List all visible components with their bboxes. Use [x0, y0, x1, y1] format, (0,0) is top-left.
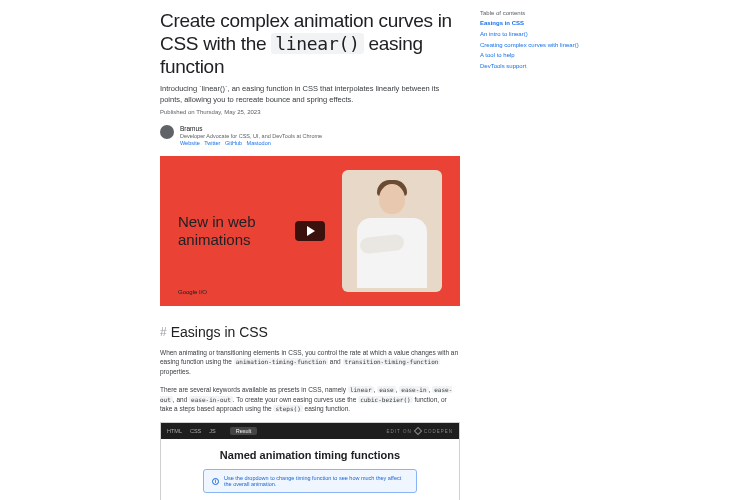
page-title: Create complex animation curves in CSS w…: [160, 10, 460, 78]
author-name: Bramus: [180, 125, 322, 132]
toc-link-complex[interactable]: Creating complex curves with linear(): [480, 42, 600, 50]
anchor-hash-icon[interactable]: #: [160, 325, 167, 339]
codepen-tab-result[interactable]: Result: [230, 427, 258, 435]
info-icon: i: [212, 478, 219, 485]
avatar: [160, 125, 174, 139]
published-date: Published on Thursday, May 25, 2023: [160, 109, 460, 115]
author-link-website[interactable]: Website: [180, 140, 200, 146]
codepen-tab-css[interactable]: CSS: [190, 428, 201, 434]
video-embed[interactable]: New in web animations Google I/O: [160, 156, 460, 306]
codepen-logo-icon: [413, 427, 421, 435]
subtitle: Introducing `linear()`, an easing functi…: [160, 84, 460, 104]
video-thumbnail-person: [342, 170, 442, 292]
video-headline: New in web animations: [178, 213, 288, 249]
codepen-tab-js[interactable]: JS: [209, 428, 215, 434]
paragraph-1: When animating or transitioning elements…: [160, 348, 460, 377]
section-heading-easings: Easings in CSS: [171, 324, 268, 340]
author-link-twitter[interactable]: Twitter: [204, 140, 220, 146]
table-of-contents: Table of contents Easings in CSS An intr…: [480, 10, 600, 74]
author-role: Developer Advocate for CSS, UI, and DevT…: [180, 133, 322, 139]
play-icon[interactable]: [295, 221, 325, 241]
author-links: Website Twitter GitHub Mastodon: [180, 140, 322, 146]
toc-title: Table of contents: [480, 10, 600, 16]
author-block: Bramus Developer Advocate for CSS, UI, a…: [160, 125, 460, 146]
codepen-tab-html[interactable]: HTML: [167, 428, 182, 434]
author-link-mastodon[interactable]: Mastodon: [247, 140, 271, 146]
codepen-result-title: Named animation timing functions: [175, 449, 445, 461]
toc-link-devtools[interactable]: DevTools support: [480, 63, 600, 71]
codepen-embed: HTML CSS JS Result EDIT ON CODEPEN Named…: [160, 422, 460, 500]
video-logo: Google I/O: [178, 288, 207, 295]
paragraph-2: There are several keywords available as …: [160, 385, 460, 414]
codepen-brand[interactable]: EDIT ON CODEPEN: [387, 428, 453, 434]
title-code: linear(): [271, 33, 363, 54]
author-link-github[interactable]: GitHub: [225, 140, 242, 146]
toc-link-easings[interactable]: Easings in CSS: [480, 20, 600, 28]
codepen-tabs: HTML CSS JS Result EDIT ON CODEPEN: [161, 423, 459, 439]
toc-link-tool[interactable]: A tool to help: [480, 52, 600, 60]
codepen-info-note: i Use the dropdown to change timing func…: [203, 469, 417, 493]
toc-link-intro[interactable]: An intro to linear(): [480, 31, 600, 39]
